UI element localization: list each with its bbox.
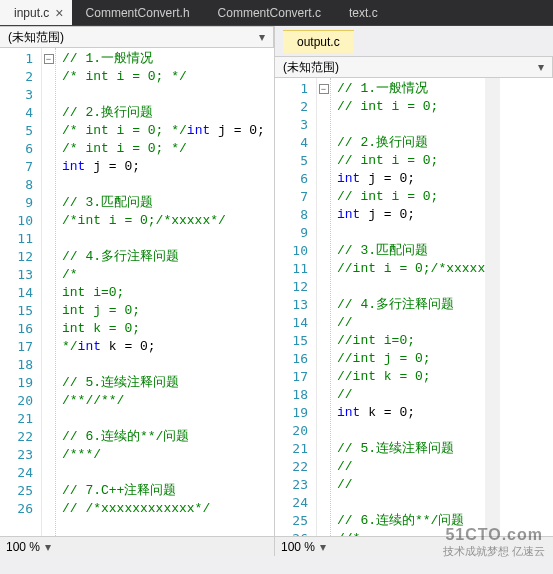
- code-area[interactable]: // 1.一般情况// int i = 0; // 2.换行问题// int i…: [331, 78, 485, 536]
- token: // 2.换行问题: [337, 135, 428, 150]
- zoom-level[interactable]: 100 %: [281, 540, 315, 554]
- token: //: [337, 477, 353, 492]
- line-number: 21: [0, 410, 33, 428]
- code-line[interactable]: int j = 0;: [62, 302, 265, 320]
- tab-commentconvert-c[interactable]: CommentConvert.c: [204, 0, 335, 25]
- tab-output-c[interactable]: output.c: [283, 30, 354, 53]
- code-line[interactable]: /**//**/: [62, 392, 265, 410]
- code-line[interactable]: // 2.换行问题: [62, 104, 265, 122]
- line-number: 18: [275, 386, 308, 404]
- code-line[interactable]: int k = 0;: [337, 404, 485, 422]
- fold-toggle-icon[interactable]: −: [44, 54, 54, 64]
- vertical-scrollbar[interactable]: [485, 78, 500, 536]
- line-number: 4: [275, 134, 308, 152]
- code-line[interactable]: [337, 494, 485, 512]
- line-number: 25: [0, 482, 33, 500]
- code-line[interactable]: [337, 422, 485, 440]
- code-line[interactable]: //: [337, 386, 485, 404]
- code-line[interactable]: // int i = 0;: [337, 188, 485, 206]
- line-number: 14: [275, 314, 308, 332]
- code-line[interactable]: /*int i = 0;/*xxxxx*/: [62, 212, 265, 230]
- code-line[interactable]: //int i=0;: [337, 332, 485, 350]
- code-line[interactable]: [62, 86, 265, 104]
- code-line[interactable]: [337, 116, 485, 134]
- code-line[interactable]: /* int i = 0; */: [62, 140, 265, 158]
- line-number: 15: [0, 302, 33, 320]
- code-line[interactable]: //int i = 0;/*xxxxx: [337, 260, 485, 278]
- token: int: [337, 405, 360, 420]
- code-line[interactable]: // 5.连续注释问题: [337, 440, 485, 458]
- code-line[interactable]: [62, 464, 265, 482]
- code-line[interactable]: [337, 278, 485, 296]
- chevron-down-icon[interactable]: ▾: [45, 540, 51, 554]
- scope-label: (未知范围): [283, 59, 339, 76]
- code-line[interactable]: // 7.C++注释问题: [62, 482, 265, 500]
- code-line[interactable]: // 1.一般情况: [62, 50, 265, 68]
- code-line[interactable]: // 2.换行问题: [337, 134, 485, 152]
- line-number: 11: [0, 230, 33, 248]
- line-number: 12: [0, 248, 33, 266]
- line-number: 26: [0, 500, 33, 518]
- code-line[interactable]: // int i = 0;: [337, 152, 485, 170]
- code-line[interactable]: // 6.连续的**/问题: [337, 512, 485, 530]
- code-line[interactable]: // 4.多行注释问题: [62, 248, 265, 266]
- status-bar-left: 100 % ▾: [0, 536, 274, 556]
- scope-combo-left[interactable]: (未知范围) ▾: [0, 27, 274, 47]
- tab-commentconvert-h[interactable]: CommentConvert.h: [72, 0, 204, 25]
- code-line[interactable]: [62, 176, 265, 194]
- token: // 2.换行问题: [62, 105, 153, 120]
- code-line[interactable]: //int k = 0;: [337, 368, 485, 386]
- chevron-down-icon[interactable]: ▾: [320, 540, 326, 554]
- fold-toggle-icon[interactable]: −: [319, 84, 329, 94]
- code-line[interactable]: // 3.匹配问题: [62, 194, 265, 212]
- token: /**//**/: [62, 393, 124, 408]
- code-line[interactable]: int k = 0;: [62, 320, 265, 338]
- code-line[interactable]: [62, 356, 265, 374]
- zoom-level[interactable]: 100 %: [6, 540, 40, 554]
- code-line[interactable]: [337, 224, 485, 242]
- scope-combo-right[interactable]: (未知范围) ▾: [275, 57, 553, 77]
- code-line[interactable]: int j = 0;: [337, 206, 485, 224]
- code-line[interactable]: //: [337, 458, 485, 476]
- code-line[interactable]: int j = 0;: [337, 170, 485, 188]
- code-line[interactable]: // 5.连续注释问题: [62, 374, 265, 392]
- code-line[interactable]: // 3.匹配问题: [337, 242, 485, 260]
- line-number: 23: [275, 476, 308, 494]
- code-line[interactable]: */int k = 0;: [62, 338, 265, 356]
- token: int: [62, 159, 85, 174]
- code-line[interactable]: // 4.多行注释问题: [337, 296, 485, 314]
- line-number: 8: [275, 206, 308, 224]
- code-line[interactable]: int i=0;: [62, 284, 265, 302]
- code-line[interactable]: //int j = 0;: [337, 350, 485, 368]
- tab-text-c[interactable]: text.c: [335, 0, 392, 25]
- code-line[interactable]: /***/: [62, 446, 265, 464]
- code-line[interactable]: /*: [62, 266, 265, 284]
- tab-input-c[interactable]: input.c ×: [0, 0, 72, 25]
- close-icon[interactable]: ×: [55, 5, 63, 21]
- line-number: 1: [0, 50, 33, 68]
- code-line[interactable]: /* int i = 0; */int j = 0;: [62, 122, 265, 140]
- token: //int i = 0;/*xxxxx: [337, 261, 485, 276]
- token: // int i = 0;: [337, 99, 446, 114]
- code-line[interactable]: [62, 410, 265, 428]
- code-line[interactable]: //: [337, 476, 485, 494]
- code-line[interactable]: [62, 230, 265, 248]
- code-line[interactable]: // 6.连续的**/问题: [62, 428, 265, 446]
- line-number: 22: [0, 428, 33, 446]
- code-line[interactable]: //*: [337, 530, 485, 536]
- code-line[interactable]: // /*xxxxxxxxxxxx*/: [62, 500, 265, 518]
- line-number: 16: [0, 320, 33, 338]
- token: int k = 0;: [62, 321, 140, 336]
- code-editor-right[interactable]: 1234567891011121314151617181920212223242…: [275, 78, 553, 536]
- code-line[interactable]: //: [337, 314, 485, 332]
- code-editor-left[interactable]: 1234567891011121314151617181920212223242…: [0, 48, 274, 536]
- token: /*: [62, 267, 78, 282]
- code-line[interactable]: // int i = 0;: [337, 98, 485, 116]
- code-line[interactable]: /* int i = 0; */: [62, 68, 265, 86]
- code-line[interactable]: // 1.一般情况: [337, 80, 485, 98]
- line-number: 15: [275, 332, 308, 350]
- token: // int i = 0;: [337, 189, 446, 204]
- code-line[interactable]: int j = 0;: [62, 158, 265, 176]
- code-area[interactable]: // 1.一般情况/* int i = 0; */// 2.换行问题/* int…: [56, 48, 265, 536]
- token: // 1.一般情况: [337, 81, 428, 96]
